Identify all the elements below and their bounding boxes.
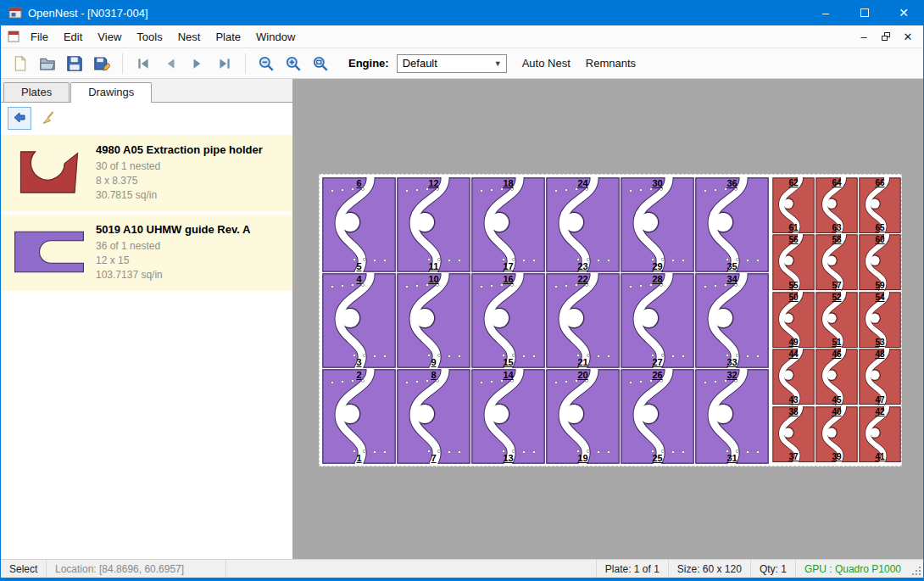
nested-part-pair[interactable]: 5453	[859, 292, 901, 348]
new-file-button[interactable]	[8, 51, 33, 76]
part-number: 63	[815, 223, 858, 232]
part-pair-shape	[695, 177, 769, 272]
nested-part-pair[interactable]: 4847	[859, 349, 901, 405]
nested-part-pair[interactable]: 5655	[772, 234, 815, 290]
nested-part-pair[interactable]: 3433	[695, 273, 769, 368]
nested-part-pair[interactable]: 4443	[772, 349, 815, 405]
open-folder-button[interactable]	[35, 51, 60, 76]
part-number: 40	[815, 407, 858, 416]
part-number: 56	[772, 235, 815, 244]
clear-nest-button[interactable]	[36, 107, 60, 130]
nested-part-pair[interactable]: 2827	[621, 273, 694, 368]
part-number: 54	[859, 293, 901, 302]
nested-part-pair[interactable]: 65	[322, 177, 396, 272]
nested-part-pair[interactable]: 2423	[546, 177, 620, 272]
nested-part-pair[interactable]: 1413	[471, 369, 545, 464]
nested-part-pair[interactable]: 21	[322, 369, 396, 464]
drawing-list-item[interactable]: 4980 A05 Extraction pipe holder 30 of 1 …	[1, 135, 292, 211]
part-thumbnail	[9, 142, 89, 203]
go-first-button[interactable]	[131, 51, 156, 76]
zoom-fit-button[interactable]	[308, 51, 333, 76]
plate-sheet[interactable]: 65 1211 1817	[319, 174, 902, 466]
nested-part-pair[interactable]: 1817	[471, 177, 545, 272]
nested-part-pair[interactable]: 5049	[772, 292, 815, 348]
save-as-button[interactable]	[89, 51, 114, 76]
nested-part-pair[interactable]: 43	[322, 273, 396, 368]
mdi-minimize-button[interactable]: –	[854, 28, 874, 45]
part-number: 7	[397, 453, 470, 463]
go-previous-icon	[163, 56, 178, 71]
part-thumbnail	[9, 221, 89, 282]
menu-plate[interactable]: Plate	[208, 27, 248, 47]
menu-nest[interactable]: Nest	[170, 27, 209, 47]
nested-part-pair[interactable]: 2221	[546, 273, 620, 368]
back-arrow-icon	[12, 110, 27, 126]
part-number: 6	[322, 178, 396, 188]
part-number: 1	[322, 453, 396, 463]
mdi-restore-button[interactable]	[876, 28, 896, 45]
part-number: 59	[859, 281, 901, 290]
nested-part-pair[interactable]: 5857	[815, 234, 858, 290]
drawing-nested-count: 30 of 1 nested	[96, 159, 263, 174]
part-pair-shape	[471, 369, 545, 464]
close-button[interactable]: ✕	[884, 0, 923, 25]
nested-part-pair[interactable]: 3837	[772, 406, 815, 462]
return-parts-button[interactable]	[8, 107, 31, 130]
nested-part-pair[interactable]: 5251	[815, 292, 858, 348]
nested-part-pair[interactable]: 2625	[621, 369, 694, 464]
nested-part-pair[interactable]: 3635	[695, 177, 769, 272]
nested-part-pair[interactable]: 87	[397, 369, 470, 464]
part-number: 22	[546, 274, 620, 284]
nested-part-pair[interactable]: 3231	[695, 369, 769, 464]
mdi-close-button[interactable]: ✕	[898, 28, 918, 45]
part-pair-shape	[322, 273, 396, 368]
nested-part-pair[interactable]: 6059	[859, 234, 901, 290]
tab-drawings[interactable]: Drawings	[70, 82, 152, 103]
zoom-in-button[interactable]	[281, 51, 306, 76]
engine-select[interactable]: Default ▼	[397, 54, 507, 73]
menu-tools[interactable]: Tools	[129, 27, 170, 47]
auto-nest-button[interactable]: Auto Nest	[522, 57, 571, 70]
drawing-list: 4980 A05 Extraction pipe holder 30 of 1 …	[1, 133, 292, 291]
nested-part-pair[interactable]: 1615	[471, 273, 545, 368]
part-number: 65	[859, 223, 901, 232]
maximize-button[interactable]	[845, 0, 884, 25]
nested-part-pair[interactable]: 6261	[772, 177, 815, 233]
menu-file[interactable]: File	[23, 27, 56, 47]
part-number: 42	[859, 407, 901, 416]
part-number: 2	[322, 370, 396, 380]
menu-edit[interactable]: Edit	[56, 27, 90, 47]
minimize-button[interactable]: –	[806, 0, 845, 25]
toolbar-separator	[245, 53, 246, 74]
nested-part-pair[interactable]: 6665	[859, 177, 901, 233]
zoom-out-button[interactable]	[253, 51, 279, 76]
go-next-button[interactable]	[185, 51, 210, 76]
chevron-down-icon: ▼	[494, 59, 502, 68]
nested-part-pair[interactable]: 3029	[621, 177, 694, 272]
part-number: 14	[471, 370, 545, 380]
nested-part-pair[interactable]: 4241	[859, 406, 901, 462]
tab-plates[interactable]: Plates	[3, 82, 70, 102]
resize-grip[interactable]	[910, 560, 923, 578]
go-last-button[interactable]	[212, 51, 237, 76]
go-previous-button[interactable]	[158, 51, 183, 76]
remnants-button[interactable]: Remnants	[586, 57, 636, 70]
nested-part-pair[interactable]: 1211	[397, 177, 470, 272]
drawing-list-item[interactable]: 5019 A10 UHMW guide Rev. A 36 of 1 neste…	[1, 215, 292, 291]
part-number: 25	[621, 453, 694, 463]
menu-window[interactable]: Window	[248, 27, 303, 47]
part-pair-shape	[397, 273, 470, 368]
part-pair-shape	[322, 177, 396, 272]
nested-part-pair[interactable]: 6463	[815, 177, 858, 233]
nesting-canvas[interactable]: 65 1211 1817	[293, 79, 923, 559]
menu-view[interactable]: View	[90, 27, 129, 47]
nested-part-pair[interactable]: 2019	[546, 369, 620, 464]
part-number: 8	[397, 370, 470, 380]
save-button[interactable]	[62, 51, 87, 76]
part-number: 23	[546, 261, 620, 271]
part-number: 39	[815, 452, 858, 461]
save-icon	[66, 55, 83, 72]
nested-part-pair[interactable]: 4039	[815, 406, 858, 462]
nested-part-pair[interactable]: 109	[397, 273, 470, 368]
nested-part-pair[interactable]: 4645	[815, 349, 858, 405]
